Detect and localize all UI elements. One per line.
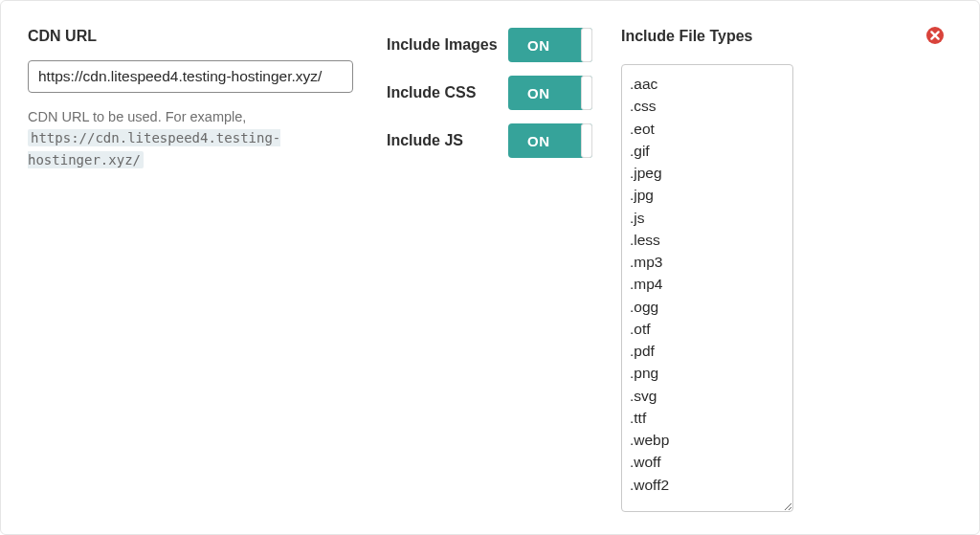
toggle-knob [581, 76, 592, 110]
remove-button[interactable] [925, 26, 945, 45]
include-js-row: Include JS ON [387, 123, 592, 158]
include-toggles-section: Include Images ON Include CSS ON Include… [387, 28, 592, 507]
include-images-toggle[interactable]: ON [508, 28, 592, 62]
cdn-url-help-code: https://cdn.litespeed4.testing-hostinger… [28, 129, 280, 168]
close-circle-icon [925, 26, 945, 45]
toggle-knob [581, 123, 592, 158]
toggle-knob [581, 28, 592, 62]
include-css-toggle-text: ON [527, 85, 550, 101]
include-images-toggle-text: ON [527, 37, 550, 54]
include-images-label: Include Images [387, 36, 498, 54]
file-types-section: Include File Types [621, 28, 952, 507]
include-images-row: Include Images ON [387, 28, 592, 62]
cdn-url-input[interactable] [28, 60, 353, 93]
file-types-label: Include File Types [621, 28, 952, 45]
cdn-url-section: CDN URL CDN URL to be used. For example,… [28, 28, 358, 507]
include-js-label: Include JS [387, 132, 463, 149]
include-css-row: Include CSS ON [387, 76, 592, 110]
cdn-url-label: CDN URL [28, 28, 358, 45]
file-types-wrap [621, 64, 952, 516]
include-css-label: Include CSS [387, 84, 476, 101]
include-css-toggle[interactable]: ON [508, 76, 592, 110]
cdn-settings-panel: CDN URL CDN URL to be used. For example,… [0, 0, 980, 535]
include-js-toggle[interactable]: ON [508, 123, 592, 158]
cdn-url-help-text: CDN URL to be used. For example, [28, 109, 246, 124]
cdn-url-help: CDN URL to be used. For example, https:/… [28, 106, 358, 171]
include-js-toggle-text: ON [527, 133, 550, 149]
file-types-textarea[interactable] [621, 64, 793, 512]
